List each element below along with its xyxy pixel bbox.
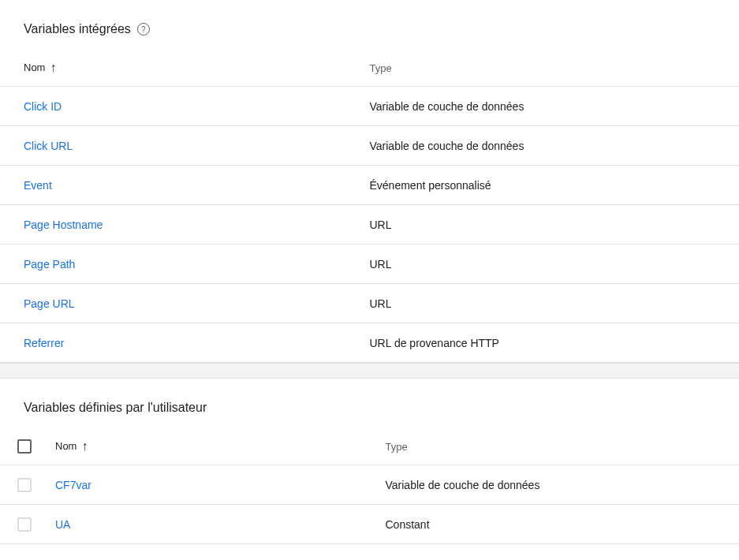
column-type-label: Type [386, 441, 408, 453]
builtin-variables-table: Nom ↑ Type Click ID Variable de couche d… [0, 49, 739, 363]
variable-type: URL [370, 297, 392, 310]
variable-link[interactable]: Click ID [24, 100, 62, 113]
table-header-row: Nom ↑ Type [0, 49, 739, 87]
table-row[interactable]: Event Événement personnalisé [0, 166, 739, 205]
table-row[interactable]: Page URL URL [0, 284, 739, 323]
variable-type: URL [370, 258, 392, 271]
row-checkbox[interactable] [17, 478, 32, 492]
row-checkbox[interactable] [17, 517, 32, 532]
sort-arrow-up-icon: ↑ [81, 439, 88, 454]
table-row[interactable]: Click ID Variable de couche de données [0, 87, 739, 126]
variable-type: URL [370, 218, 392, 231]
column-header-type[interactable]: Type [386, 440, 716, 453]
table-row[interactable]: Page Path URL [0, 245, 739, 284]
column-type-label: Type [370, 62, 392, 74]
column-header-type[interactable]: Type [370, 62, 716, 74]
section-title: Variables intégrées [24, 22, 131, 36]
user-variables-table: Nom ↑ Type CF7var Variable de couche de … [0, 427, 739, 544]
section-divider [0, 363, 739, 379]
builtin-variables-section: Variables intégrées ? Nom ↑ Type Click I… [0, 0, 739, 363]
variable-type: Variable de couche de données [386, 479, 540, 491]
variable-type: Événement personnalisé [370, 179, 491, 192]
sort-arrow-up-icon: ↑ [50, 61, 56, 75]
table-row[interactable]: Click URL Variable de couche de données [0, 126, 739, 166]
variable-type: Variable de couche de données [370, 100, 524, 113]
table-row[interactable]: Referrer URL de provenance HTTP [0, 323, 739, 363]
section-title: Variables définies par l'utilisateur [24, 401, 207, 415]
column-name-label: Nom [24, 62, 45, 73]
checkbox-column [17, 517, 55, 532]
variable-type: Constant [386, 518, 430, 531]
variable-type: URL de provenance HTTP [370, 337, 499, 349]
checkbox-column [17, 439, 55, 454]
table-row[interactable]: CF7var Variable de couche de données [0, 465, 739, 505]
table-header-row: Nom ↑ Type [0, 427, 739, 465]
variable-type: Variable de couche de données [370, 140, 524, 152]
select-all-checkbox[interactable] [17, 439, 32, 454]
column-header-name[interactable]: Nom ↑ [24, 61, 370, 75]
column-name-label: Nom [55, 440, 77, 452]
variable-link[interactable]: UA [55, 518, 70, 531]
column-header-name[interactable]: Nom ↑ [55, 439, 386, 454]
variable-link[interactable]: Referrer [24, 337, 64, 349]
user-variables-section: Variables définies par l'utilisateur Nom… [0, 379, 739, 544]
section-header: Variables intégrées ? [0, 0, 739, 49]
variable-link[interactable]: Page Hostname [24, 218, 103, 231]
variable-link[interactable]: Page URL [24, 297, 75, 310]
table-row[interactable]: UA Constant [0, 505, 739, 544]
variable-link[interactable]: Page Path [24, 258, 75, 271]
table-row[interactable]: Page Hostname URL [0, 205, 739, 245]
section-header: Variables définies par l'utilisateur [0, 379, 739, 427]
variable-link[interactable]: CF7var [55, 479, 91, 491]
variable-link[interactable]: Click URL [24, 140, 73, 152]
help-icon[interactable]: ? [137, 23, 150, 35]
variable-link[interactable]: Event [24, 179, 52, 192]
checkbox-column [17, 478, 55, 492]
